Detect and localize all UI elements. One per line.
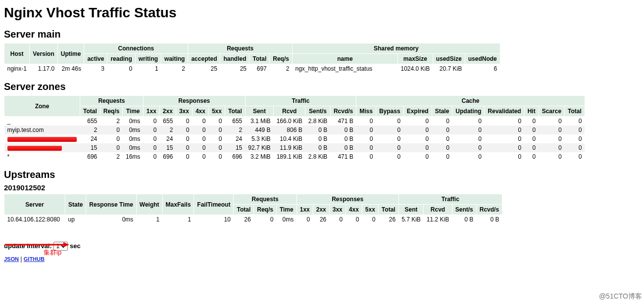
github-link[interactable]: GITHUB [24,256,45,262]
watermark: @51CTO博客 [599,292,642,301]
page-title: Nginx Vhost Traffic Status [4,5,640,21]
upstream-group-name: 2019012502 [4,183,640,192]
colgroup-requests: Requests [188,43,293,54]
colgroup-traffic: Traffic [398,194,502,205]
col-accepted: accepted [188,54,220,64]
update-interval-label: update interval: [4,242,52,250]
col-maxsize: maxSize [397,54,433,64]
update-interval-suffix: sec [70,242,81,250]
col-resptime: Response Time [86,194,136,215]
redaction-bar [7,146,62,151]
colgroup-requests: Requests [234,194,297,205]
zone-row: 2400ms024000245.3 KiB10.4 KiB0 B0 B00000… [4,134,585,143]
section-upstreams: Upstreams [4,169,640,180]
col-reading: reading [107,54,135,64]
col-handled: handled [220,54,249,64]
colgroup-requests: Requests [80,96,144,106]
zone-name: myip.test.com [4,126,80,134]
colgroup-connections: Connections [84,43,188,54]
zone-row: _65520ms06550006553.1 MiB166.0 KiB2.8 Ki… [4,117,585,126]
zone-row: 1500ms0150001592.7 KiB11.9 KiB0 B0 B0000… [4,143,585,152]
col-host: Host [4,43,30,64]
upstreams-table: Server State Response Time Weight MaxFai… [4,194,502,224]
json-link[interactable]: JSON [4,256,19,262]
col-active: active [84,54,107,64]
update-interval-select[interactable]: 1 [53,242,68,251]
col-maxfails: MaxFails [162,194,194,215]
zone-row: myip.test.com200ms020002449 B806 B0 B0 B… [4,126,585,134]
zone-name: _ [4,117,80,126]
col-name: name [292,54,397,64]
server-zones-table: Zone Requests Responses Traffic Cache To… [4,95,585,161]
zone-name: * [4,152,80,161]
col-writing: writing [135,54,161,64]
colgroup-traffic: Traffic [245,96,356,106]
section-server-zones: Server zones [4,81,640,92]
col-weight: Weight [136,194,162,215]
col-state: State [65,194,86,215]
col-uptime: Uptime [57,43,84,64]
zone-name [4,143,80,152]
colgroup-responses: Responses [143,96,245,106]
col-usednode: usedNode [465,54,500,64]
col-version: Version [30,43,57,64]
section-server-main: Server main [4,29,640,40]
col-failtimeout: FailTimeout [194,194,234,215]
colgroup-shared: Shared memory [292,43,500,54]
col-usedsize: usedSize [433,54,465,64]
col-server: Server [4,194,65,215]
colgroup-responses: Responses [297,194,398,205]
col-total: Total [249,54,270,64]
col-reqs: Req/s [270,54,293,64]
upstream-row: 10.64.106.122:8080 up 0ms 1 1 10 26 0 0m… [4,215,502,224]
col-waiting: waiting [161,54,188,64]
colgroup-cache: Cache [356,96,585,106]
col-zone: Zone [4,96,80,117]
main-row: nginx-1 1.17.0 2m 46s 3 0 1 2 25 25 697 … [4,64,500,74]
redaction-bar [7,137,77,142]
zone-name [4,134,80,143]
zone-row: *696216ms06960006963.2 MiB189.1 KiB2.8 K… [4,152,585,161]
server-main-table: Host Version Uptime Connections Requests… [4,43,500,73]
link-separator: | [20,256,22,262]
